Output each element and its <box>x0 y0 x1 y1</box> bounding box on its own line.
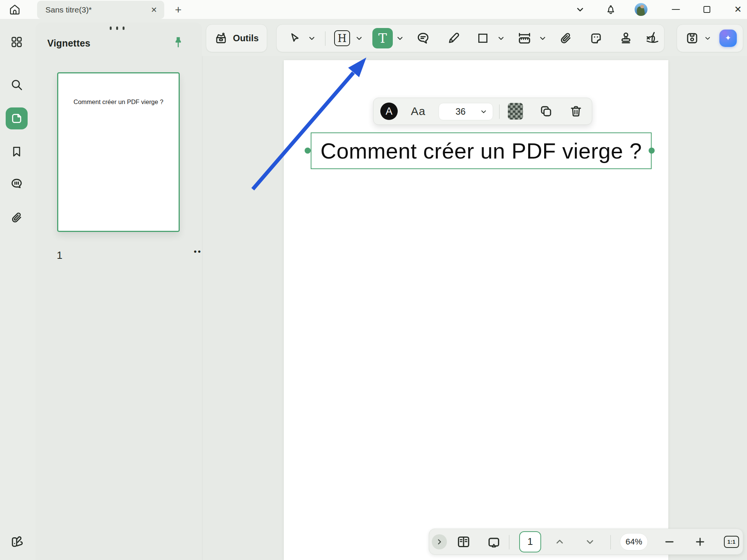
shape-tool-dropdown[interactable] <box>497 34 505 42</box>
minus-icon <box>663 536 675 548</box>
document-canvas[interactable] <box>202 56 747 560</box>
maximize-button[interactable] <box>703 6 710 13</box>
page-thumbnail[interactable]: Comment créer un PDF vierge ? <box>57 72 180 232</box>
chevron-down-icon <box>355 34 363 42</box>
cursor-icon <box>288 32 301 45</box>
paperclip-icon <box>10 211 23 224</box>
font-style-button[interactable]: Aa <box>411 105 426 118</box>
thumbnail-text: Comment créer un PDF vierge ? <box>58 98 179 106</box>
close-icon: ✕ <box>734 4 742 15</box>
zoom-level-button[interactable]: 64% <box>620 533 648 551</box>
trash-icon <box>569 104 583 118</box>
duplicate-button[interactable] <box>539 104 553 118</box>
heading-tool-dropdown[interactable] <box>355 34 363 42</box>
sticker-icon <box>589 31 603 45</box>
opacity-button[interactable] <box>508 103 523 120</box>
textbox-right-handle[interactable] <box>649 148 655 154</box>
shape-tool-button[interactable] <box>476 32 489 45</box>
statusbar-divider <box>610 535 611 549</box>
previous-page-button[interactable] <box>554 537 565 547</box>
chevron-down-icon <box>396 34 404 42</box>
current-page-input[interactable]: 1 <box>519 531 541 552</box>
title-bar: Sans titre(3)* ✕ + ✕ <box>0 0 747 19</box>
select-tool-dropdown[interactable] <box>308 34 316 42</box>
measure-tool-button[interactable] <box>517 31 532 46</box>
zoom-level-value: 64% <box>626 537 642 547</box>
save-icon <box>685 31 699 45</box>
document-tab[interactable]: Sans titre(3)* ✕ <box>37 1 164 19</box>
tools-button[interactable]: Outils <box>206 24 267 52</box>
chevron-down-icon <box>308 34 316 42</box>
tab-close-button[interactable]: ✕ <box>148 3 160 16</box>
maximize-icon <box>703 6 710 13</box>
sidebar-item-attachments[interactable] <box>10 211 23 224</box>
titlebar-dropdown-button[interactable] <box>575 5 585 14</box>
actual-size-button[interactable]: 1:1 <box>724 536 739 548</box>
save-button[interactable] <box>685 31 699 45</box>
toolbar-divider <box>325 31 325 46</box>
sidebar-item-comments[interactable] <box>10 177 23 191</box>
chevron-right-icon <box>435 538 444 546</box>
current-page-value: 1 <box>528 536 533 548</box>
zoom-out-button[interactable] <box>663 536 675 548</box>
signature-tool-button[interactable] <box>645 31 660 46</box>
presentation-button[interactable] <box>486 534 501 549</box>
stamp-icon <box>619 31 633 45</box>
expand-statusbar-button[interactable] <box>432 534 447 549</box>
tab-title: Sans titre(3)* <box>45 5 148 14</box>
chevron-down-icon <box>585 537 595 547</box>
next-page-button[interactable] <box>585 537 595 547</box>
notifications-button[interactable] <box>605 4 616 15</box>
actual-size-label: 1:1 <box>727 539 736 545</box>
heading-tool-button[interactable]: H <box>334 30 350 46</box>
avatar <box>635 3 647 16</box>
textbox-left-handle[interactable] <box>305 148 311 154</box>
sidebar-item-swatches[interactable] <box>9 534 24 549</box>
sidebar-item-apps[interactable] <box>10 36 23 48</box>
minimize-button[interactable] <box>672 9 680 10</box>
account-button[interactable] <box>635 3 647 16</box>
save-dropdown[interactable] <box>704 34 711 42</box>
home-button[interactable] <box>6 1 23 18</box>
sidebar-item-thumbnails[interactable] <box>6 107 28 129</box>
new-tab-button[interactable]: + <box>171 3 185 17</box>
sidebar-item-bookmarks[interactable] <box>10 145 23 158</box>
highlighter-tool-button[interactable] <box>447 31 461 45</box>
thumbnail-page-number: 1 <box>57 250 62 261</box>
comment-tool-button[interactable] <box>416 31 430 45</box>
pin-icon[interactable] <box>172 35 185 49</box>
panel-drag-handle[interactable] <box>110 26 124 30</box>
font-color-button[interactable]: A <box>380 103 398 120</box>
presentation-icon <box>486 534 501 549</box>
font-size-select[interactable]: 36 <box>439 103 493 120</box>
bell-icon <box>605 4 616 15</box>
measure-tool-dropdown[interactable] <box>538 34 547 42</box>
text-tool-dropdown[interactable] <box>396 34 404 42</box>
stamp-tool-button[interactable] <box>619 31 633 45</box>
text-tool-button-active[interactable]: T <box>372 28 393 48</box>
text-format-toolbar: A Aa 36 <box>373 98 592 125</box>
ruler-icon <box>517 31 532 46</box>
copy-icon <box>539 104 553 118</box>
font-color-icon: A <box>380 103 398 120</box>
page-view-button[interactable] <box>456 534 471 549</box>
sidebar-item-search[interactable] <box>10 78 23 91</box>
paperclip-icon <box>559 31 573 45</box>
heading-icon: H <box>334 30 350 46</box>
selected-text-box[interactable]: Comment créer un PDF vierge ? <box>311 132 652 169</box>
toolbox-icon <box>214 31 228 45</box>
sticker-tool-button[interactable] <box>589 31 603 45</box>
delete-button[interactable] <box>569 104 583 118</box>
ai-assistant-button[interactable]: ✦ <box>719 30 737 47</box>
chevron-down-icon <box>575 5 585 14</box>
zoom-in-button[interactable] <box>694 536 706 548</box>
select-tool-button[interactable] <box>288 32 301 45</box>
chevron-up-icon <box>554 537 565 547</box>
chevron-down-icon <box>538 34 547 42</box>
attachment-tool-button[interactable] <box>559 31 573 45</box>
checkerboard-icon <box>508 103 523 120</box>
square-icon <box>476 32 489 45</box>
book-view-icon <box>456 534 471 549</box>
chevron-down-icon <box>480 108 487 115</box>
close-window-button[interactable]: ✕ <box>734 4 742 15</box>
